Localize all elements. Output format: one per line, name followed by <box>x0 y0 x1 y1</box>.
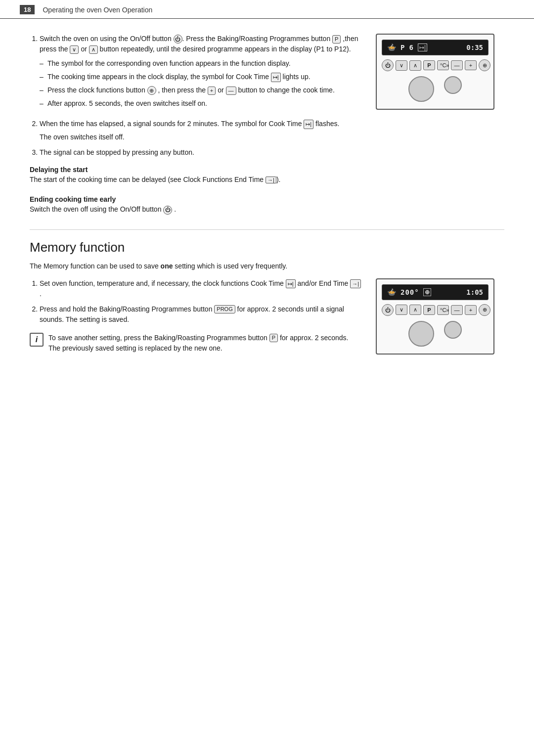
cook-time-arrow-2: ↦| <box>304 120 313 129</box>
section1-text: Switch the oven on using the On/Off butt… <box>30 34 361 114</box>
steps-list: Switch the oven on using the On/Off butt… <box>30 34 361 109</box>
step2-extra: The oven switches itself off. <box>40 132 504 142</box>
onoff-button-2: ⏻ <box>382 304 394 316</box>
prog-btn-icon-3: P <box>269 334 278 342</box>
oven-panel-2: 🍲 200° ⊕ 1:05 ⏻ ∨ ∧ P °C» — + ⊕ <box>376 278 504 355</box>
oven-display-screen-2: 🍲 200° ⊕ 1:05 <box>382 284 489 300</box>
oven-dial-row-1 <box>382 74 489 104</box>
cook-time-indicator: ↦| <box>418 44 427 51</box>
info-box-text: To save another setting, press the Bakin… <box>48 333 361 354</box>
oven-display-screen-1: 🍲 P 6 ↦| 0:35 <box>382 40 489 55</box>
down-btn-icon: ∨ <box>70 45 79 54</box>
memory-text-col: Set oven function, temperature and, if n… <box>30 278 361 354</box>
clock-button: ⊕ <box>479 59 490 71</box>
step2-text: When the time has elapsed, a signal soun… <box>40 120 339 128</box>
info-icon: i <box>30 333 44 347</box>
step1-bullets: The symbol for the corresponding oven fu… <box>40 58 361 109</box>
minus-button-2: — <box>451 305 463 315</box>
dial-large-2 <box>408 321 434 347</box>
or-text: or <box>81 45 87 53</box>
page-title: Operating the oven Oven Operation <box>43 6 152 14</box>
page-content: Switch the oven on using the On/Off butt… <box>0 29 534 374</box>
prog-btn-icon: P <box>332 35 341 44</box>
celsius-button: °C» <box>437 60 449 70</box>
delaying-start-text: The start of the cooking time can be del… <box>30 176 504 183</box>
p-button: P <box>423 60 435 70</box>
page-header: 18 Operating the oven Oven Operation <box>0 0 534 19</box>
bold-one: one <box>161 262 173 270</box>
display-time-2: 1:05 <box>466 288 483 296</box>
end-time-arrow: →| <box>266 177 276 183</box>
memory-step-1: Set oven function, temperature and, if n… <box>40 278 361 299</box>
memory-step1-text: Set oven function, temperature and, if n… <box>40 279 361 298</box>
display-p-value: 6 <box>409 44 413 51</box>
down-button-2: ∨ <box>396 305 407 315</box>
dial-large-1 <box>408 76 434 102</box>
oven-panel-1: 🍲 P 6 ↦| 0:35 ⏻ ∨ ∧ P °C» — + ⊕ <box>376 34 504 110</box>
plus-button: + <box>465 60 477 70</box>
bullet-3: Press the clock functions button ⊕ , the… <box>40 85 361 95</box>
clock-func-btn: ⊕ <box>147 86 156 95</box>
delaying-start-section: Delaying the start The start of the cook… <box>30 166 504 183</box>
memory-steps-list: Set oven function, temperature and, if n… <box>30 278 361 325</box>
memory-step2-text: Press and hold the Baking/Roasting Progr… <box>40 305 344 323</box>
dial-small-2 <box>444 321 462 339</box>
plus-btn: + <box>208 87 216 95</box>
display-temp: 200° <box>400 288 419 296</box>
onoff-btn-icon-2: ⏻ <box>163 206 172 215</box>
oven-display-panel-1: 🍲 P 6 ↦| 0:35 ⏻ ∨ ∧ P °C» — + ⊕ <box>376 34 494 110</box>
info-box: i To save another setting, press the Bak… <box>30 333 361 354</box>
delaying-start-heading: Delaying the start <box>30 166 504 174</box>
up-button-2: ∧ <box>409 305 421 315</box>
step-2: When the time has elapsed, a signal soun… <box>40 119 504 142</box>
step3-text: The signal can be stopped by pressing an… <box>40 148 194 156</box>
memory-section-with-image: Set oven function, temperature and, if n… <box>30 278 504 355</box>
oven-display-panel-2: 🍲 200° ⊕ 1:05 ⏻ ∨ ∧ P °C» — + ⊕ <box>376 278 494 355</box>
step-1: Switch the oven on using the On/Off butt… <box>40 34 361 109</box>
oven-button-row-1: ⏻ ∨ ∧ P °C» — + ⊕ <box>382 59 489 71</box>
display-time-1: 0:35 <box>466 44 483 51</box>
end-time-arrow-2: →| <box>350 279 361 289</box>
display-prog-icon: ⊕ <box>423 288 431 296</box>
cook-time-arrow: ↦| <box>271 73 281 82</box>
steps-list-continued: When the time has elapsed, a signal soun… <box>30 119 504 158</box>
memory-function-heading: Memory function <box>30 229 504 255</box>
display-icon-1: 🍲 <box>387 43 397 52</box>
bullet-2: The cooking time appears in the clock di… <box>40 72 361 82</box>
up-button: ∧ <box>409 60 421 71</box>
minus-btn: — <box>226 87 236 95</box>
up-btn-icon: ∧ <box>89 45 98 54</box>
plus-button-2: + <box>465 305 477 315</box>
ending-early-heading: Ending cooking time early <box>30 195 504 203</box>
ending-early-text: Switch the oven off using the On/Off but… <box>30 205 504 214</box>
display-icon-2: 🍲 <box>387 288 397 297</box>
onoff-btn-icon: ⏻ <box>174 35 182 44</box>
down-button: ∨ <box>396 60 407 71</box>
bullet-1: The symbol for the corresponding oven fu… <box>40 58 361 69</box>
dial-small-1 <box>444 76 462 94</box>
memory-step-2: Press and hold the Baking/Roasting Progr… <box>40 304 361 325</box>
onoff-button: ⏻ <box>382 59 394 71</box>
cook-time-arrow-3: ↦| <box>286 279 296 289</box>
display-p-label: P <box>400 44 405 51</box>
bullet-4: After approx. 5 seconds, the oven switch… <box>40 98 361 109</box>
section1-with-image: Switch the oven on using the On/Off butt… <box>30 34 504 114</box>
oven-dial-row-2 <box>382 319 489 349</box>
minus-button: — <box>451 60 463 70</box>
oven-button-row-2: ⏻ ∨ ∧ P °C» — + ⊕ <box>382 304 489 316</box>
prog-btn-icon-2: PROG <box>214 305 235 313</box>
page-number: 18 <box>20 5 35 14</box>
memory-intro: The Memory function can be used to save … <box>30 261 504 271</box>
p-button-2: P <box>423 305 435 315</box>
ending-early-section: Ending cooking time early Switch the ove… <box>30 195 504 214</box>
clock-button-2: ⊕ <box>479 304 490 316</box>
celsius-button-2: °C» <box>437 305 449 315</box>
step1-text: Switch the oven on using the On/Off butt… <box>40 35 358 53</box>
step-3: The signal can be stopped by pressing an… <box>40 147 504 158</box>
